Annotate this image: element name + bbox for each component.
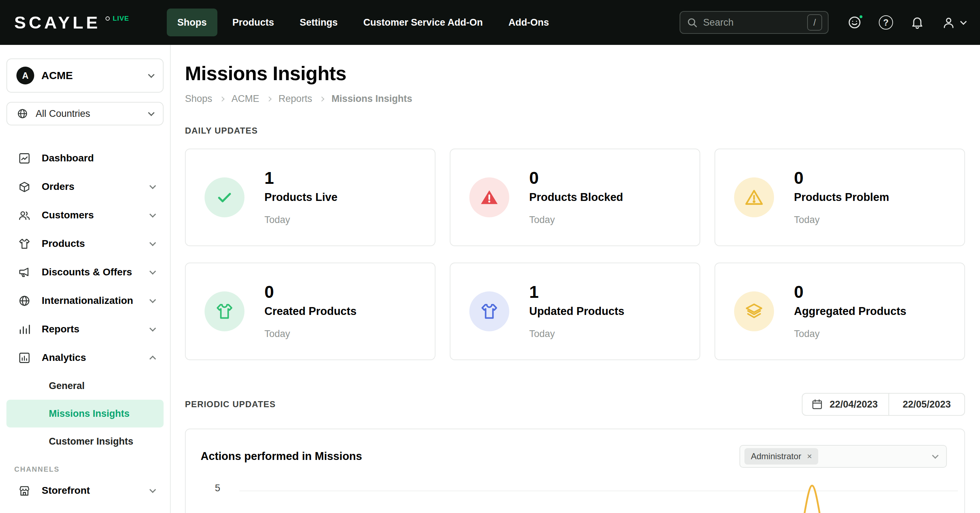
breadcrumb-current: Missions Insights [331,93,412,104]
card-subtext: Today [529,329,624,340]
sidebar-item-customers[interactable]: Customers [0,201,170,229]
chart-plot-area: 5 [186,483,964,513]
nav-shops[interactable]: Shops [167,8,218,37]
scayle-logo[interactable]: SCAYLE LIVE [14,14,129,31]
card-updated-products: 1 Updated Products Today [450,262,700,360]
card-created-products: 0 Created Products Today [185,262,436,360]
sidebar-item-label: Storefront [42,485,90,496]
date-from[interactable]: 22/04/2023 [830,399,878,410]
country-chevron-down-icon [148,110,154,116]
tshirt-icon [469,291,509,331]
nav-settings[interactable]: Settings [289,8,348,37]
card-label: Products Live [264,191,337,204]
shop-name: ACME [41,70,73,82]
card-label: Created Products [264,305,356,318]
sidebar-item-internationalization[interactable]: Internationalization [0,286,170,315]
help-icon[interactable]: ? [878,15,893,30]
sidebar-menu: Dashboard Orders Customers Products [0,144,170,505]
search-input[interactable] [703,17,802,28]
card-text: 0 Products Problem Today [794,170,889,226]
alert-triangle-icon [469,178,509,217]
breadcrumb: Shops ACME Reports Missions Insights [185,93,965,104]
tshirt-icon [18,237,31,251]
card-text: 1 Products Live Today [264,170,337,226]
country-selector[interactable]: All Countries [6,102,164,125]
sidebar-subitem-general[interactable]: General [6,372,164,400]
sidebar-subitem-customer-insights[interactable]: Customer Insights [6,427,164,455]
search-icon [686,16,698,29]
sidebar-item-dashboard[interactable]: Dashboard [0,144,170,172]
card-label: Aggregated Products [794,305,906,318]
sidebar-item-products[interactable]: Products [0,229,170,258]
sidebar-item-storefront[interactable]: Storefront [0,476,170,505]
live-ring-icon [105,16,110,21]
card-label: Products Blocked [529,191,623,204]
main-nav: Shops Products Settings Customer Service… [167,8,560,37]
nav-products[interactable]: Products [222,8,285,37]
sidebar-item-label: Customers [42,210,94,221]
search-box[interactable]: / [679,11,829,34]
sidebar-item-orders[interactable]: Orders [0,172,170,201]
bell-icon[interactable] [910,15,925,30]
card-subtext: Today [264,329,356,340]
chart-header: Actions performed in Missions Administra… [186,429,964,468]
role-filter-select[interactable]: Administrator × [740,445,947,468]
chevron-down-icon [149,240,156,246]
sidebar-subitem-label: Missions Insights [49,408,130,419]
sidebar-item-label: Reports [42,324,80,335]
sidebar-subitem-label: Customer Insights [49,436,133,447]
card-text: 0 Aggregated Products Today [794,284,906,340]
sidebar-item-label: Analytics [42,352,86,364]
user-menu[interactable] [941,15,966,30]
storefront-icon [18,484,31,497]
analytics-icon [18,351,31,364]
breadcrumb-acme[interactable]: ACME [232,93,259,104]
calendar-icon [811,398,823,410]
chevron-down-icon [149,325,156,331]
date-range-picker[interactable]: 22/04/2023 22/05/2023 [802,393,965,416]
card-products-problem: 0 Products Problem Today [714,149,965,246]
sidebar-item-discounts-offers[interactable]: Discounts & Offers [0,258,170,286]
remove-tag-icon[interactable]: × [807,451,812,461]
card-value: 0 [529,170,623,187]
card-text: 1 Updated Products Today [529,284,624,340]
sidebar-item-label: Products [42,238,85,249]
card-subtext: Today [794,214,889,226]
sidebar-item-label: Dashboard [42,152,94,164]
breadcrumb-reports[interactable]: Reports [279,93,313,104]
shop-selector[interactable]: A ACME [6,59,164,93]
chevron-down-icon [149,268,156,274]
card-value: 0 [264,284,356,301]
bar-chart-icon [18,323,31,336]
channels-section-heading: CHANNELS [14,465,170,473]
shop-chevron-down-icon [148,71,154,78]
sidebar-subitem-missions-insights[interactable]: Missions Insights [6,400,164,427]
megaphone-icon [18,266,31,279]
feedback-smiley-icon[interactable] [847,15,862,30]
actions-chart-card: Actions performed in Missions Administra… [185,429,965,513]
chevron-down-icon [149,211,156,217]
sidebar-item-label: Internationalization [42,295,133,307]
card-text: 0 Products Blocked Today [529,170,623,226]
sidebar-item-reports[interactable]: Reports [0,315,170,343]
daily-cards-grid: 1 Products Live Today 0 Products Blocked… [185,149,965,360]
sidebar-item-analytics[interactable]: Analytics [0,343,170,372]
card-value: 1 [264,170,337,187]
card-aggregated-products: 0 Aggregated Products Today [714,262,965,360]
chevron-down-icon [149,296,156,303]
logo-text: SCAYLE [14,14,100,31]
nav-customer-service-addon[interactable]: Customer Service Add-On [353,8,493,37]
topbar-icons: ? [847,15,966,30]
nav-addons[interactable]: Add-Ons [498,8,560,37]
line-series-administrator [186,483,964,513]
card-value: 0 [794,170,889,187]
globe-icon [18,294,31,307]
chevron-right-icon [319,96,324,101]
date-to[interactable]: 22/05/2023 [903,399,951,410]
breadcrumb-shops[interactable]: Shops [185,93,212,104]
card-value: 1 [529,284,624,301]
country-name: All Countries [36,108,90,119]
card-label: Products Problem [794,191,889,204]
orders-icon [18,180,31,194]
search-shortcut-key: / [807,14,822,31]
